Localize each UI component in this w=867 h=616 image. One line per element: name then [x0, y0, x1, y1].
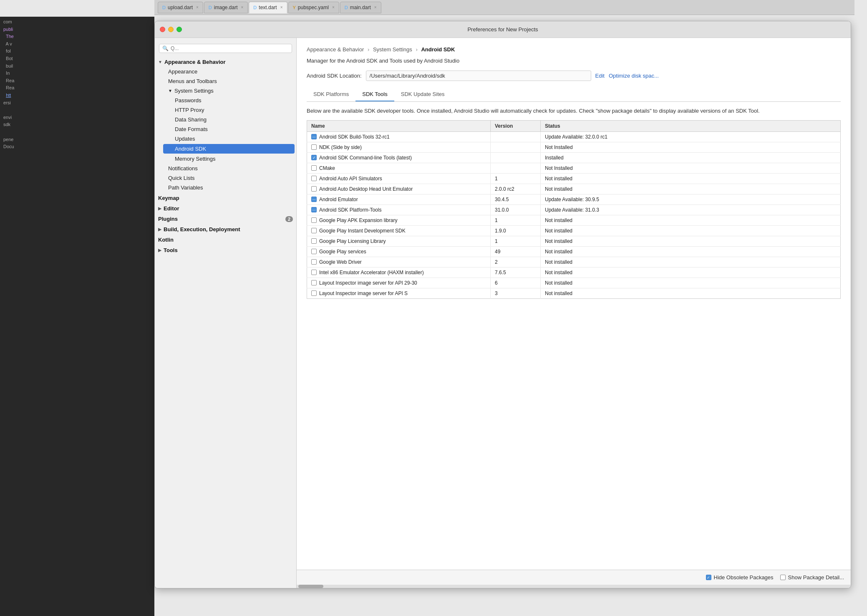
sidebar-item-updates[interactable]: Updates: [161, 134, 296, 144]
row-checkbox[interactable]: [311, 165, 317, 171]
optimize-disk-link[interactable]: Optimize disk spac...: [609, 73, 659, 79]
sidebar-header-editor[interactable]: ▶ Editor: [155, 204, 296, 213]
tab-main[interactable]: D main.dart ×: [340, 2, 381, 13]
table-row: NDK (Side by side)Not Installed: [307, 142, 841, 152]
row-checkbox[interactable]: [311, 270, 317, 275]
sidebar-header-system-settings[interactable]: ▼ System Settings: [161, 86, 296, 96]
table-cell-status: Not installed: [541, 236, 841, 246]
sidebar-item-memory-settings[interactable]: Memory Settings: [161, 154, 296, 164]
sidebar-item-date-formats[interactable]: Date Formats: [161, 124, 296, 134]
dart-icon: D: [162, 5, 166, 10]
table-row: Google Play Licensing Library1Not instal…: [307, 236, 841, 246]
table-row: Google Play Instant Development SDK1.9.0…: [307, 225, 841, 236]
sidebar-item-menus-toolbars[interactable]: Menus and Toolbars: [155, 76, 296, 86]
sidebar-item-notifications[interactable]: Notifications: [155, 164, 296, 173]
sidebar-item-appearance[interactable]: Appearance: [155, 67, 296, 76]
show-package-checkbox[interactable]: [780, 575, 786, 580]
row-checkbox[interactable]: [311, 134, 317, 139]
section-plugins: Plugins 2: [155, 214, 296, 224]
sdk-location-input[interactable]: [366, 71, 591, 81]
sidebar-header-tools[interactable]: ▶ Tools: [155, 245, 296, 255]
table-cell-status: Not installed: [541, 184, 841, 194]
table-cell-name: Android SDK Build-Tools 32-rc1: [307, 131, 491, 142]
tab-sdk-tools[interactable]: SDK Tools: [355, 88, 394, 101]
maximize-button[interactable]: [176, 27, 182, 32]
tab-bar: D upload.dart × D image.dart × D text.da…: [154, 0, 854, 15]
sidebar-item-data-sharing[interactable]: Data Sharing: [161, 115, 296, 124]
tab-pubspec[interactable]: Y pubspec.yaml ×: [288, 2, 339, 13]
sidebar-item-http-proxy[interactable]: HTTP Proxy: [161, 105, 296, 115]
tab-close-icon[interactable]: ×: [196, 5, 199, 10]
sidebar-item-passwords[interactable]: Passwords: [161, 96, 296, 105]
row-checkbox[interactable]: [311, 228, 317, 233]
sidebar-header-build-exec-deploy[interactable]: ▶ Build, Execution, Deployment: [155, 225, 296, 234]
tab-upload[interactable]: D upload.dart ×: [158, 2, 203, 13]
row-checkbox[interactable]: [311, 155, 317, 160]
col-header-name: Name: [307, 120, 491, 131]
sdk-tools-description: Below are the available SDK developer to…: [307, 102, 841, 120]
sidebar-header-plugins[interactable]: Plugins 2: [155, 214, 296, 224]
table-cell-version: 30.4.5: [491, 194, 541, 204]
table-cell-version: [491, 163, 541, 173]
table-cell-status: Update Available: 30.9.5: [541, 194, 841, 204]
tab-text[interactable]: D text.dart ×: [249, 2, 287, 13]
tab-close-icon[interactable]: ×: [241, 5, 244, 10]
section-keymap: Keymap: [155, 193, 296, 203]
expand-arrow-icon: ▼: [168, 88, 172, 93]
sidebar-item-path-variables[interactable]: Path Variables: [155, 183, 296, 192]
row-checkbox[interactable]: [311, 186, 317, 192]
edit-link[interactable]: Edit: [595, 73, 605, 79]
tab-close-icon[interactable]: ×: [332, 5, 335, 10]
section-build-exec-deploy: ▶ Build, Execution, Deployment: [155, 225, 296, 234]
hide-obsolete-checkbox[interactable]: [706, 575, 711, 580]
minimize-button[interactable]: [168, 27, 174, 32]
search-input[interactable]: [171, 45, 289, 51]
dart-icon: D: [345, 5, 348, 10]
panel-description: Manager for the Android SDK and Tools us…: [307, 58, 841, 64]
scrollbar-horizontal[interactable]: [297, 585, 851, 588]
sidebar-item-quick-lists[interactable]: Quick Lists: [155, 173, 296, 183]
table-cell-status: Not installed: [541, 267, 841, 278]
table-cell-version: 31.0.0: [491, 204, 541, 215]
table-cell-status: Not Installed: [541, 142, 841, 152]
tab-sdk-update-sites[interactable]: SDK Update Sites: [394, 88, 451, 101]
sidebar: 🔍 ▼ Appearance & Behavior Appearance Men…: [155, 38, 297, 588]
sidebar-item-android-sdk[interactable]: Android SDK: [163, 144, 295, 154]
row-checkbox[interactable]: [311, 238, 317, 244]
table-cell-status: Update Available: 32.0.0 rc1: [541, 131, 841, 142]
sidebar-header-kotlin[interactable]: Kotlin: [155, 235, 296, 245]
yaml-icon: Y: [293, 5, 296, 10]
row-checkbox[interactable]: [311, 280, 317, 285]
row-checkbox[interactable]: [311, 249, 317, 254]
row-checkbox[interactable]: [311, 259, 317, 265]
table-cell-name: NDK (Side by side): [307, 142, 491, 152]
table-cell-status: Not installed: [541, 278, 841, 288]
expand-arrow-icon: ▶: [158, 248, 161, 252]
row-checkbox[interactable]: [311, 290, 317, 296]
search-box[interactable]: 🔍: [159, 44, 292, 53]
sdk-location-row: Android SDK Location: Edit Optimize disk…: [307, 71, 841, 81]
tab-sdk-platforms[interactable]: SDK Platforms: [307, 88, 355, 101]
close-button[interactable]: [160, 27, 165, 32]
tab-close-icon[interactable]: ×: [280, 5, 283, 10]
expand-arrow-icon: ▶: [158, 227, 161, 232]
tab-close-icon[interactable]: ×: [374, 5, 377, 10]
table-cell-name: Android Auto API Simulators: [307, 173, 491, 184]
row-checkbox[interactable]: [311, 176, 317, 181]
table-row: Google Play APK Expansion library1Not in…: [307, 215, 841, 225]
row-checkbox[interactable]: [311, 217, 317, 223]
sidebar-header-appearance-behavior[interactable]: ▼ Appearance & Behavior: [155, 57, 296, 67]
row-checkbox[interactable]: [311, 197, 317, 202]
row-checkbox[interactable]: [311, 207, 317, 212]
breadcrumb-sep: ›: [368, 46, 369, 53]
table-row: Android Auto API Simulators1Not installe…: [307, 173, 841, 184]
bottom-bar: Hide Obsolete Packages Show Package Deta…: [297, 570, 851, 585]
tab-image[interactable]: D image.dart ×: [204, 2, 248, 13]
table-row: Layout Inspector image server for API S3…: [307, 288, 841, 298]
sidebar-header-keymap[interactable]: Keymap: [155, 193, 296, 203]
breadcrumb-sep: ›: [416, 46, 417, 53]
window-content: 🔍 ▼ Appearance & Behavior Appearance Men…: [155, 38, 851, 588]
row-checkbox[interactable]: [311, 144, 317, 150]
sdk-tab-nav: SDK Platforms SDK Tools SDK Update Sites: [307, 88, 841, 102]
section-editor: ▶ Editor: [155, 204, 296, 213]
